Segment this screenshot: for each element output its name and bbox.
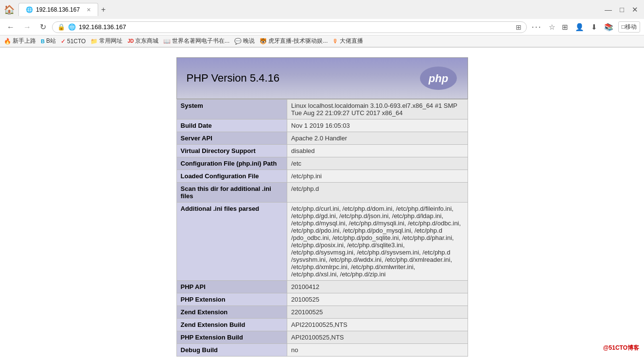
refresh-button[interactable]: ↻ xyxy=(37,21,49,33)
browser-chrome: 🏠 🌐 192.168.136.167 ✕ + — □ ✕ ← → ↻ 🔒 🌐 … xyxy=(0,0,644,48)
sidebar-button[interactable]: 📚 xyxy=(602,22,615,33)
qr-code-icon[interactable]: ⊞ xyxy=(516,23,522,31)
title-bar: 🏠 🌐 192.168.136.167 ✕ + — □ ✕ xyxy=(0,0,644,19)
bookmark-label: 京东商城 xyxy=(135,37,158,45)
bookmark-icon: 📖 xyxy=(163,38,171,45)
row-value: no xyxy=(287,344,468,357)
favicon-small: 🌐 xyxy=(68,23,76,31)
row-value: 20100412 xyxy=(287,281,468,293)
table-row: Build DateNov 1 2019 16:05:03 xyxy=(176,119,468,132)
address-bar[interactable]: 🔒 🌐 192.168.136.167 ⊞ xyxy=(52,21,527,33)
table-row: Configuration File (php.ini) Path/etc xyxy=(176,157,468,170)
active-tab[interactable]: 🌐 192.168.136.167 ✕ xyxy=(18,3,98,16)
home-icon[interactable]: 🏠 xyxy=(4,4,15,15)
bookmark-51cto[interactable]: ✓ 51CTO xyxy=(61,38,86,45)
bookmark-ebooks[interactable]: 📖 世界名著网电子书在... xyxy=(163,37,229,45)
row-value: 20100525 xyxy=(287,293,468,306)
bookmark-common-sites[interactable]: 📁 常用网址 xyxy=(90,37,122,45)
navigation-bar: ← → ↻ 🔒 🌐 192.168.136.167 ⊞ ··· ☆ ⊞ 👤 ⬇ … xyxy=(0,19,644,35)
row-label: Debug Build xyxy=(176,344,287,357)
bookmark-label: 虎牙直播-技术驱动娱... xyxy=(268,37,328,45)
row-value: Apache 2.0 Handler xyxy=(287,132,468,145)
row-label: Configuration File (php.ini) Path xyxy=(176,157,287,170)
tab-close-icon[interactable]: ✕ xyxy=(87,7,91,13)
row-value: /etc/php.d xyxy=(287,183,468,203)
bookmark-label: 新手上路 xyxy=(13,37,36,45)
bookmark-label: B站 xyxy=(46,37,56,45)
bookmark-label: 51CTO xyxy=(67,38,86,45)
bookmark-label: 晚说 xyxy=(243,37,255,45)
bookmarks-bar: 🔥 新手上路 B B站 ✓ 51CTO 📁 常用网址 JD 京东商城 📖 世界名… xyxy=(0,35,644,47)
tab-favicon: 🌐 xyxy=(26,6,33,13)
row-label: Build Date xyxy=(176,119,287,132)
table-row: Server APIApache 2.0 Handler xyxy=(176,132,468,145)
bookmark-icon: 🔥 xyxy=(4,38,11,45)
table-row: Zend Extension BuildAPI220100525,NTS xyxy=(176,319,468,331)
row-label: Server API xyxy=(176,132,287,145)
row-value: /etc/php.ini xyxy=(287,170,468,183)
table-row: PHP Extension20100525 xyxy=(176,293,468,306)
row-label: Additional .ini files parsed xyxy=(176,203,287,281)
table-row: Loaded Configuration File/etc/php.ini xyxy=(176,170,468,183)
table-row: SystemLinux localhost.localdomain 3.10.0… xyxy=(176,100,468,119)
new-tab-button[interactable]: + xyxy=(101,5,105,14)
minimize-button[interactable]: — xyxy=(603,4,614,15)
table-row: Scan this dir for additional .ini files/… xyxy=(176,183,468,203)
row-value: /etc xyxy=(287,157,468,170)
php-info-table: SystemLinux localhost.localdomain 3.10.0… xyxy=(176,99,468,357)
close-window-button[interactable]: ✕ xyxy=(630,4,640,15)
row-label: Loaded Configuration File xyxy=(176,170,287,183)
bookmark-label: 大佬直播 xyxy=(340,37,363,45)
account-button[interactable]: 👤 xyxy=(573,22,586,33)
bookmark-dalao[interactable]: 🎙 大佬直播 xyxy=(332,37,363,45)
mobile-btn[interactable]: □移动 xyxy=(618,21,640,33)
row-value: API220100525,NTS xyxy=(287,319,468,331)
row-label: PHP Extension Build xyxy=(176,331,287,344)
collections-button[interactable]: ⊞ xyxy=(560,22,570,33)
downloads-button[interactable]: ⬇ xyxy=(589,22,599,33)
tab-bar: 🌐 192.168.136.167 ✕ + xyxy=(18,3,599,16)
table-row: PHP API20100412 xyxy=(176,281,468,293)
bookmark-label: 世界名著网电子书在... xyxy=(172,37,229,45)
bookmark-bilibili[interactable]: B B站 xyxy=(41,37,56,45)
bookmark-icon: ✓ xyxy=(61,38,66,45)
table-row: Additional .ini files parsed/etc/php.d/c… xyxy=(176,203,468,281)
row-value: API20100525,NTS xyxy=(287,331,468,344)
row-label: Zend Extension xyxy=(176,306,287,319)
bookmark-jd[interactable]: JD 京东商城 xyxy=(127,37,158,45)
bookmark-icon: 📁 xyxy=(90,38,98,45)
php-version-title: PHP Version 5.4.16 xyxy=(187,72,280,85)
page-content: PHP Version 5.4.16 php SystemLinux local… xyxy=(0,48,644,357)
forward-button[interactable]: → xyxy=(20,22,34,33)
bookmark-icon: 🎙 xyxy=(332,38,338,45)
table-row: Debug Buildno xyxy=(176,344,468,357)
php-info-container: PHP Version 5.4.16 php SystemLinux local… xyxy=(176,57,468,357)
row-label: PHP API xyxy=(176,281,287,293)
address-text[interactable]: 192.168.136.167 xyxy=(79,23,513,31)
more-button[interactable]: ··· xyxy=(530,21,544,33)
table-row: Virtual Directory Supportdisabled xyxy=(176,145,468,157)
bookmark-xinshoushanglv[interactable]: 🔥 新手上路 xyxy=(4,37,36,45)
window-controls[interactable]: 🏠 xyxy=(4,4,15,15)
svg-text:php: php xyxy=(428,72,448,85)
back-button[interactable]: ← xyxy=(4,22,17,33)
window-right-controls[interactable]: — □ ✕ xyxy=(603,4,640,15)
row-label: Virtual Directory Support xyxy=(176,145,287,157)
bookmark-icon: 💬 xyxy=(234,38,242,45)
bookmark-icon: JD xyxy=(127,38,134,44)
bookmark-huya[interactable]: 🐯 虎牙直播-技术驱动娱... xyxy=(260,37,328,45)
table-row: PHP Extension BuildAPI20100525,NTS xyxy=(176,331,468,344)
row-label: Zend Extension Build xyxy=(176,319,287,331)
row-value: 220100525 xyxy=(287,306,468,319)
table-row: Zend Extension220100525 xyxy=(176,306,468,319)
security-icon: 🔒 xyxy=(57,23,65,31)
favorites-button[interactable]: ☆ xyxy=(547,22,557,33)
php-header: PHP Version 5.4.16 php xyxy=(176,57,468,99)
bookmark-icon: 🐯 xyxy=(260,38,267,45)
row-value: Linux localhost.localdomain 3.10.0-693.e… xyxy=(287,100,468,119)
row-label: System xyxy=(176,100,287,119)
bookmark-icon: B xyxy=(41,38,45,44)
watermark: @51CTO博客 xyxy=(603,344,639,352)
bookmark-wansuo[interactable]: 💬 晚说 xyxy=(234,37,255,45)
maximize-button[interactable]: □ xyxy=(618,4,626,15)
